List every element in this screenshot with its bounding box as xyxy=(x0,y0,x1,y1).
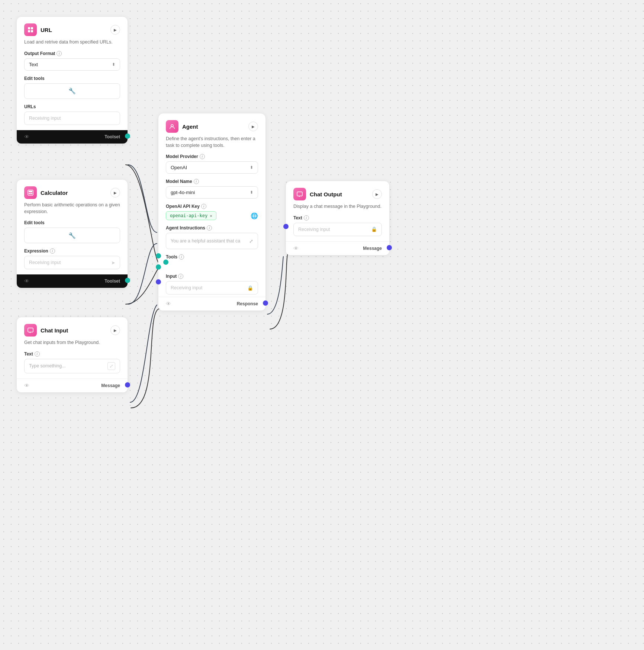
edit-tools-area[interactable]: 🔧 xyxy=(24,83,120,99)
calculator-title: Calculator xyxy=(41,190,68,196)
chat-output-text-label: Text i xyxy=(293,215,382,221)
url-icon xyxy=(24,23,37,36)
agent-tools-dot-url xyxy=(156,253,161,258)
api-key-info-icon: i xyxy=(201,204,206,209)
lock-icon-chat-output: 🔒 xyxy=(371,226,377,232)
output-format-info-icon: i xyxy=(57,51,62,56)
url-output-dot xyxy=(125,133,130,139)
chat-output-output-dot xyxy=(387,245,392,250)
chat-input-placeholder: Type something... xyxy=(29,363,66,369)
select-arrows-icon: ⬍ xyxy=(112,62,115,67)
chat-input-footer: 👁 Message xyxy=(17,379,128,392)
model-name-select[interactable]: gpt-4o-mini ⬍ xyxy=(166,186,258,199)
eye-icon-chat-output: 👁 xyxy=(293,245,299,251)
chat-input-icon xyxy=(24,324,37,337)
tools-area xyxy=(166,262,258,268)
agent-input-dot xyxy=(156,279,161,284)
api-key-remove-button[interactable]: ✕ xyxy=(210,213,212,218)
url-play-button[interactable]: ▶ xyxy=(110,25,120,35)
agent-footer-label: Response xyxy=(237,301,258,306)
chat-output-text-info-icon: i xyxy=(304,215,309,221)
calculator-description: Perform basic arithmetic operations on a… xyxy=(24,202,120,215)
chat-input-text-label: Text i xyxy=(24,351,120,357)
expand-icon-chat-input: ⤢ xyxy=(107,362,115,370)
eye-icon-calc: 👁 xyxy=(24,278,29,284)
chat-output-icon xyxy=(293,188,306,200)
calculator-output-dot xyxy=(125,278,130,283)
url-card-header: URL ▶ xyxy=(24,23,120,36)
chat-input-card: Chat Input ▶ Get chat inputs from the Pl… xyxy=(16,317,128,393)
tools-info-icon: i xyxy=(179,254,184,260)
calculator-card-header: Calculator ▶ xyxy=(24,186,120,199)
agent-input-field[interactable]: Receiving input 🔒 xyxy=(166,281,258,295)
eye-icon-chat-input: 👁 xyxy=(24,383,29,389)
urls-label: URLs xyxy=(24,104,120,109)
expression-info-icon: i xyxy=(50,248,55,254)
calc-edit-tools-area[interactable]: 🔧 xyxy=(24,228,120,243)
svg-rect-6 xyxy=(29,193,30,194)
model-name-info-icon: i xyxy=(194,179,199,184)
agent-play-button[interactable]: ▶ xyxy=(248,122,258,131)
chat-input-text-info-icon: i xyxy=(35,351,40,357)
calculator-icon xyxy=(24,186,37,199)
svg-rect-11 xyxy=(297,192,302,196)
chat-output-header: Chat Output ▶ xyxy=(293,188,382,200)
model-provider-value: OpenAI xyxy=(171,165,187,170)
agent-title: Agent xyxy=(182,123,198,130)
calc-wrench-icon: 🔧 xyxy=(68,232,76,239)
chat-output-footer: 👁 Message xyxy=(286,241,389,255)
api-key-row: openai-api-key ✕ 🌐 xyxy=(166,211,258,220)
model-provider-arrows-icon: ⬍ xyxy=(250,165,253,170)
output-format-label: Output Format i xyxy=(24,51,120,56)
model-name-label: Model Name i xyxy=(166,179,258,184)
output-format-value: Text xyxy=(29,62,38,67)
calculator-card: Calculator ▶ Perform basic arithmetic op… xyxy=(16,179,128,288)
svg-rect-7 xyxy=(30,193,31,194)
chat-input-play-button[interactable]: ▶ xyxy=(110,325,120,335)
model-name-value: gpt-4o-mini xyxy=(171,190,195,195)
chat-input-output-dot xyxy=(125,382,130,387)
output-format-select[interactable]: Text ⬍ xyxy=(24,58,120,71)
globe-icon: 🌐 xyxy=(251,212,258,219)
agent-instructions-field[interactable]: You are a helpful assistant that ca ⤢ xyxy=(166,233,258,249)
url-card: URL ▶ Load and retrive data from specifi… xyxy=(16,16,128,144)
expression-placeholder: Receiving input xyxy=(29,260,61,265)
lock-icon-agent: 🔒 xyxy=(247,285,253,291)
chat-output-footer-label: Message xyxy=(363,246,382,251)
urls-placeholder: Receiving input xyxy=(29,116,61,121)
svg-rect-5 xyxy=(29,191,32,192)
agent-description: Define the agent's instructions, then en… xyxy=(166,136,258,149)
chat-output-play-button[interactable]: ▶ xyxy=(372,189,382,199)
instructions-expand-icon: ⤢ xyxy=(249,238,253,244)
url-footer-label: Toolset xyxy=(104,134,120,139)
chat-output-text-field[interactable]: Receiving input 🔒 xyxy=(293,223,382,236)
chat-input-footer-label: Message xyxy=(101,383,120,388)
svg-rect-8 xyxy=(31,193,32,194)
expression-label: Expression i xyxy=(24,248,120,254)
chat-input-title: Chat Input xyxy=(41,327,68,334)
svg-rect-9 xyxy=(28,328,33,332)
wrench-icon: 🔧 xyxy=(68,87,76,94)
api-key-value: openai-api-key xyxy=(170,213,207,218)
chat-input-description: Get chat inputs from the Playground. xyxy=(24,340,120,346)
model-name-arrows-icon: ⬍ xyxy=(250,190,253,195)
url-title: URL xyxy=(41,27,52,33)
agent-icon xyxy=(166,120,178,133)
chat-input-text-field[interactable]: Type something... ⤢ xyxy=(24,359,120,373)
input-info-icon: i xyxy=(178,274,183,279)
api-key-label: OpenAI API Key i xyxy=(166,204,258,209)
model-provider-select[interactable]: OpenAI ⬍ xyxy=(166,161,258,174)
expression-input[interactable]: Receiving input ➤ xyxy=(24,256,120,269)
calculator-footer: 👁 Toolset xyxy=(17,274,128,288)
urls-input[interactable]: Receiving input xyxy=(24,112,120,125)
chat-input-header: Chat Input ▶ xyxy=(24,324,120,337)
agent-instructions-label: Agent Instructions i xyxy=(166,225,258,231)
chat-output-title: Chat Output xyxy=(310,191,342,197)
calculator-play-button[interactable]: ▶ xyxy=(110,188,120,197)
eye-icon-agent: 👁 xyxy=(166,301,171,307)
model-provider-label: Model Provider i xyxy=(166,154,258,159)
edit-tools-label: Edit tools xyxy=(24,76,120,81)
url-description: Load and retrive data from specified URL… xyxy=(24,39,120,46)
agent-card-header: Agent ▶ xyxy=(166,120,258,133)
chat-output-description: Display a chat message in the Playground… xyxy=(293,203,382,210)
